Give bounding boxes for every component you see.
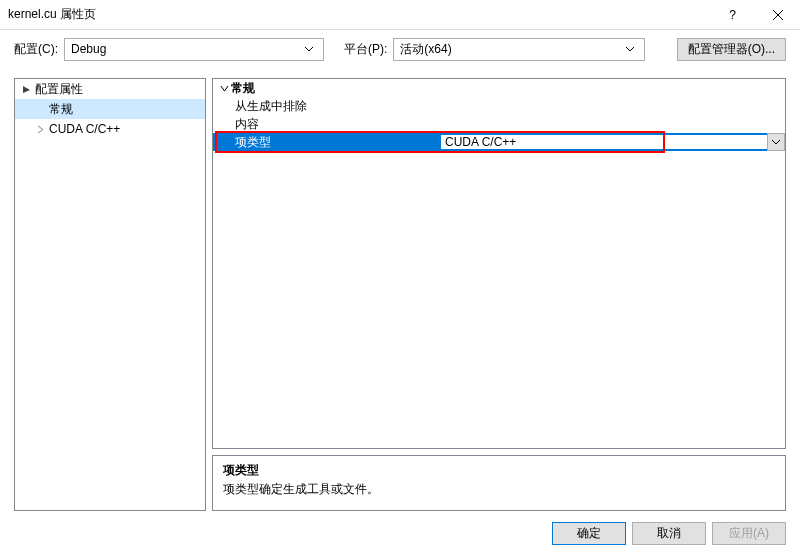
prop-value: CUDA C/C++ [441,135,785,149]
config-combobox[interactable]: Debug [64,38,324,61]
tree-root-label: 配置属性 [35,81,83,98]
ok-label: 确定 [577,525,601,542]
cancel-button[interactable]: 取消 [632,522,706,545]
prop-dropdown-button[interactable] [767,133,785,151]
triangle-down-icon [19,82,33,96]
close-button[interactable] [755,0,800,30]
group-header[interactable]: 常规 [213,79,785,97]
tree-root[interactable]: 配置属性 [15,79,205,99]
prop-row-content[interactable]: 内容 [213,115,785,133]
tree-item-label: CUDA C/C++ [49,122,120,136]
chevron-down-icon [217,84,231,93]
prop-row-itemtype[interactable]: 项类型 CUDA C/C++ [213,133,785,151]
description-text: 项类型确定生成工具或文件。 [223,481,775,498]
window-title: kernel.cu 属性页 [8,6,710,23]
help-button[interactable]: ? [710,0,755,30]
tree-panel: 配置属性 常规 CUDA C/C++ [14,78,206,511]
tree-item-general[interactable]: 常规 [15,99,205,119]
description-panel: 项类型 项类型确定生成工具或文件。 [212,455,786,511]
platform-label: 平台(P): [344,41,387,58]
chevron-down-icon [301,47,317,52]
triangle-right-icon [33,122,47,136]
help-icon: ? [729,8,736,22]
config-manager-button[interactable]: 配置管理器(O)... [677,38,786,61]
chevron-down-icon [772,140,780,145]
description-title: 项类型 [223,462,775,479]
prop-row-exclude[interactable]: 从生成中排除 [213,97,785,115]
config-value: Debug [71,42,301,56]
platform-combobox[interactable]: 活动(x64) [393,38,645,61]
tree-item-cuda[interactable]: CUDA C/C++ [15,119,205,139]
config-label: 配置(C): [14,41,58,58]
prop-label: 从生成中排除 [213,98,441,115]
tree-item-label: 常规 [49,101,73,118]
apply-button[interactable]: 应用(A) [712,522,786,545]
chevron-down-icon [622,47,638,52]
apply-label: 应用(A) [729,525,769,542]
close-icon [773,10,783,20]
cancel-label: 取消 [657,525,681,542]
prop-label: 内容 [213,116,441,133]
ok-button[interactable]: 确定 [552,522,626,545]
platform-value: 活动(x64) [400,41,622,58]
properties-panel: 常规 从生成中排除 内容 项类型 CUDA C/C++ [212,78,786,449]
group-label: 常规 [231,80,255,97]
config-manager-label: 配置管理器(O)... [688,41,775,58]
prop-label: 项类型 [213,134,441,151]
